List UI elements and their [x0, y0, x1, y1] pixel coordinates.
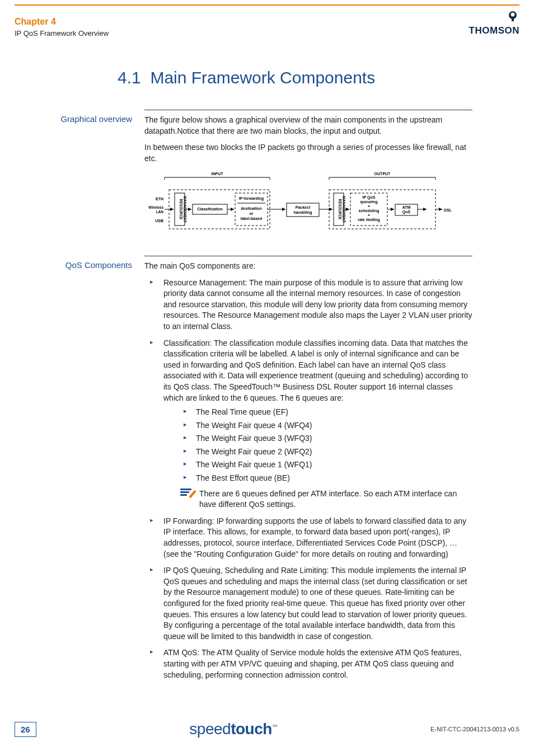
logo-light: speed — [189, 720, 231, 738]
svg-rect-2 — [512, 17, 514, 21]
svg-text:INPUT: INPUT — [212, 172, 224, 176]
qos-intro: The main QoS components are: — [144, 261, 472, 272]
svg-text:Wireless: Wireless — [148, 205, 163, 209]
section-name: Main Framework Components — [150, 68, 375, 87]
svg-text:RESOURCE: RESOURCE — [338, 199, 342, 220]
queue-sub-list: The Real Time queue (EF) The Weight Fair… — [163, 407, 472, 484]
qos-item-classification: Classification: The classification modul… — [144, 338, 472, 510]
note-text: There are 6 queues defined per ATM inter… — [199, 489, 472, 510]
svg-text:IP forwarding: IP forwarding — [239, 196, 264, 201]
section-number: 4.1 — [118, 68, 141, 87]
framework-diagram: INPUT OUTPUT ETH Wireless LAN USB RESOUR… — [144, 170, 472, 240]
qos-item2-text: Classification: The classification modul… — [163, 339, 468, 402]
logo-bold: touch — [231, 720, 272, 738]
note-row: There are 6 queues defined per ATM inter… — [180, 489, 472, 510]
qos-components-block: QoS Components The main QoS components a… — [15, 256, 472, 686]
svg-text:+: + — [368, 204, 370, 208]
svg-text:Classification: Classification — [197, 207, 223, 211]
qos-item-ip-forwarding: IP Forwarding: IP forwarding supports th… — [144, 516, 472, 560]
svg-text:DSL: DSL — [444, 208, 452, 212]
page-number: 26 — [15, 722, 36, 737]
svg-text:or: or — [250, 212, 254, 215]
qos-item-resource-management: Resource Management: The main purpose of… — [144, 278, 472, 332]
header-left: Chapter 4 IP QoS Framework Overview — [15, 17, 109, 37]
qos-item-atm-qos: ATM QoS: The ATM Quality of Service modu… — [144, 647, 472, 680]
thomson-mark-icon — [506, 10, 519, 24]
svg-text:QoS: QoS — [402, 210, 411, 214]
svg-point-1 — [511, 13, 515, 17]
svg-text:destination: destination — [241, 206, 261, 210]
queue-wfq2: The Weight Fair queue 2 (WFQ2) — [180, 447, 472, 458]
queue-be: The Best Effort queue (BE) — [180, 473, 472, 484]
svg-text:rate limiting: rate limiting — [358, 218, 380, 222]
logo-tm: ™ — [272, 724, 278, 730]
speedtouch-logo: speedtouch™ — [189, 720, 277, 738]
top-accent-bar — [15, 4, 519, 6]
side-label-graphical: Graphical overview — [15, 110, 144, 242]
svg-text:label-based: label-based — [241, 217, 263, 220]
svg-text:+: + — [368, 213, 370, 217]
queue-wfq1: The Weight Fair queue 1 (WFQ1) — [180, 459, 472, 471]
section-title: 4.1 Main Framework Components — [118, 68, 375, 87]
graphical-overview-block: Graphical overview The figure below show… — [15, 110, 472, 242]
svg-text:RESOURCE: RESOURCE — [179, 199, 183, 220]
svg-text:ATM: ATM — [402, 205, 411, 209]
queue-wfq4: The Weight Fair queue 4 (WFQ4) — [180, 420, 472, 431]
note-icon — [180, 489, 193, 500]
footer: 26 speedtouch™ E-NIT-CTC-20041213-0013 v… — [15, 720, 519, 738]
svg-text:OUTPUT: OUTPUT — [374, 172, 391, 176]
graphical-p2: In between these two blocks the IP packe… — [144, 142, 472, 164]
brand-text: THOMSON — [469, 25, 519, 36]
svg-text:ETH: ETH — [156, 197, 163, 201]
brand-logo: THOMSON — [469, 10, 519, 36]
qos-item-ip-qos-queuing: IP QoS Queuing, Scheduling and Rate Limi… — [144, 565, 472, 642]
svg-text:scheduling: scheduling — [359, 209, 380, 213]
qos-main-list: Resource Management: The main purpose of… — [144, 278, 472, 681]
chapter-subtitle: IP QoS Framework Overview — [15, 29, 109, 37]
queue-ef: The Real Time queue (EF) — [180, 407, 472, 418]
doc-reference: E-NIT-CTC-20041213-0013 v0.5 — [430, 726, 519, 732]
queue-wfq3: The Weight Fair queue 3 (WFQ3) — [180, 433, 472, 444]
qos-body: The main QoS components are: Resource Ma… — [144, 256, 472, 686]
svg-text:USB: USB — [155, 219, 163, 223]
svg-text:handeling: handeling — [293, 210, 312, 215]
svg-text:queueing: queueing — [360, 200, 377, 204]
chapter-label: Chapter 4 — [15, 17, 109, 27]
svg-text:Packect: Packect — [296, 205, 311, 209]
svg-text:LAN: LAN — [156, 210, 164, 214]
graphical-body: The figure below shows a graphical overv… — [144, 110, 472, 242]
graphical-p1: The figure below shows a graphical overv… — [144, 115, 472, 137]
svg-text:IP QoS: IP QoS — [363, 195, 376, 200]
side-label-qos: QoS Components — [15, 256, 144, 686]
